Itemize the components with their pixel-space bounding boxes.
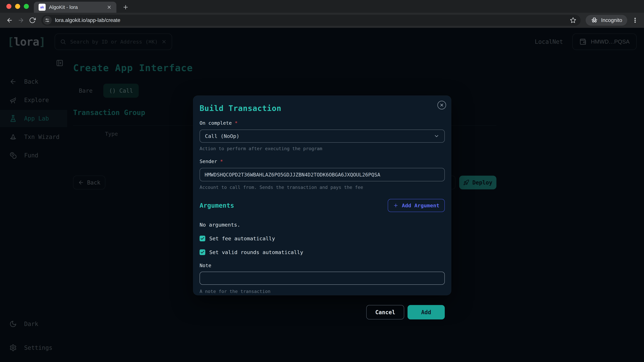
note-input[interactable] [200,272,445,285]
note-helper: A note for the transaction [200,289,445,294]
incognito-icon [591,16,598,24]
forward-nav-icon[interactable] [16,15,26,25]
window-minimize-button[interactable] [15,4,20,9]
cancel-button[interactable]: Cancel [366,305,404,320]
chevron-down-icon [434,133,440,139]
set-fee-checkbox-row[interactable]: Set fee automatically [200,236,445,242]
required-asterisk: * [220,159,223,164]
set-fee-label: Set fee automatically [209,236,275,242]
modal-footer: Cancel Add [200,305,445,320]
browser-tab[interactable]: ak AlgoKit - lora [34,2,116,13]
plus-icon [393,203,398,208]
url-text: lora.algokit.io/app-lab/create [55,17,566,23]
new-tab-button[interactable] [122,4,129,10]
on-complete-label: On complete * [200,120,445,126]
sender-input[interactable] [200,168,445,181]
no-arguments-text: No arguments. [200,222,445,228]
window-controls [0,0,34,13]
build-transaction-modal: Build Transaction On complete * Call (No… [193,95,451,295]
on-complete-select[interactable]: Call (NoOp) [200,130,445,143]
sender-label: Sender * [200,159,445,164]
note-label: Note [200,263,445,268]
page-content: [lora] LocalNet HMWD…PQSA Back [0,28,644,362]
sender-helper: Account to call from. Sends the transact… [200,185,445,190]
close-icon[interactable] [438,101,446,109]
tab-strip: ak AlgoKit - lora [0,0,644,13]
browser-chrome: ak AlgoKit - lora lora.algokit.io/app-la… [0,0,644,28]
required-asterisk: * [235,120,238,126]
back-nav-icon[interactable] [5,15,14,25]
window-zoom-button[interactable] [24,4,29,9]
modal-title: Build Transaction [200,104,445,113]
add-button[interactable]: Add [408,305,445,320]
on-complete-helper: Action to perform after executing the pr… [200,146,445,151]
checkbox-checked-icon[interactable] [200,249,205,255]
incognito-badge: Incognito [586,15,627,26]
tab-favicon: ak [38,4,46,11]
add-argument-button[interactable]: Add Argument [388,199,445,212]
set-valid-rounds-checkbox-row[interactable]: Set valid rounds automatically [200,249,445,255]
browser-menu-icon[interactable] [632,17,638,23]
on-complete-value: Call (NoOp) [205,133,239,139]
url-bar[interactable]: lora.algokit.io/app-lab/create [41,15,580,26]
window-close-button[interactable] [6,4,12,9]
arguments-title: Arguments [200,202,234,209]
tab-close-icon[interactable] [107,5,112,10]
site-info-icon[interactable] [43,16,52,25]
set-valid-rounds-label: Set valid rounds automatically [209,249,303,255]
bookmark-star-icon[interactable] [570,17,576,23]
arguments-header: Arguments Add Argument [200,199,445,212]
browser-toolbar: lora.algokit.io/app-lab/create Incognito [0,13,644,28]
checkbox-checked-icon[interactable] [200,236,205,241]
incognito-label: Incognito [601,17,622,23]
reload-icon[interactable] [28,15,37,25]
tab-title: AlgoKit - lora [49,4,103,10]
